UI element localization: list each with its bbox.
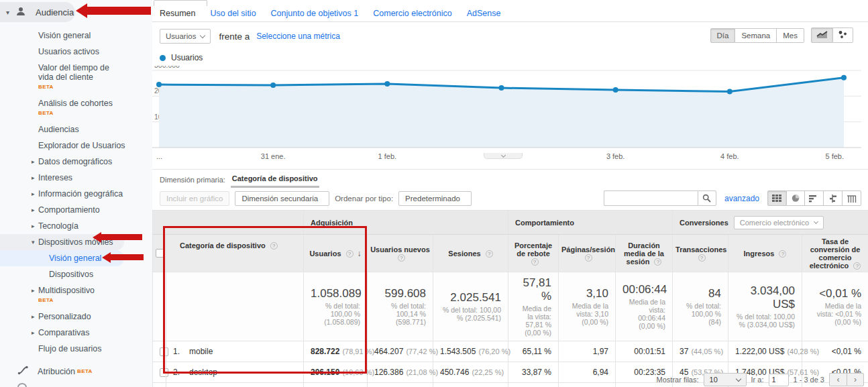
sidebar-section-audience[interactable]: ▾ Audiencia (0, 2, 152, 22)
timeseries-chart[interactable]: 300.000200.000100.000 ...31 ene.1 feb.2 … (152, 66, 868, 164)
sidebar-item[interactable]: Visión general (0, 27, 152, 44)
table-column-header-row: Categoría de dispositivo Usuarios Usuari… (153, 235, 868, 272)
chart-collapse-handle[interactable] (484, 153, 523, 159)
data-point[interactable] (156, 82, 162, 87)
chevron-down-icon[interactable]: ▾ (32, 237, 35, 247)
tab-comercio-electr-nico[interactable]: Comercio electrónico (373, 9, 451, 18)
person-icon (15, 6, 26, 19)
help-icon[interactable] (346, 250, 354, 258)
sidebar-item[interactable]: ▸Personalizado (0, 309, 152, 325)
chevron-right-icon[interactable]: ▸ (32, 312, 35, 321)
secondary-dimension-dropdown[interactable]: Dimensión secundaria (235, 191, 329, 206)
chevron-right-icon[interactable]: ▸ (32, 328, 35, 337)
data-point[interactable] (727, 89, 733, 94)
device-name[interactable]: mobile (189, 347, 213, 356)
column-header[interactable]: Porcentaje de rebote (508, 235, 559, 272)
sort-descending-icon[interactable] (358, 249, 362, 258)
tab-uso-del-sitio[interactable]: Uso del sitio (211, 9, 256, 18)
help-icon[interactable] (398, 254, 405, 262)
column-header[interactable]: Sesiones (433, 235, 508, 272)
help-icon[interactable] (531, 258, 539, 266)
chevron-right-icon[interactable]: ▸ (32, 221, 35, 231)
column-header[interactable]: Ingresos (728, 235, 802, 272)
motion-chart-icon[interactable] (833, 27, 853, 43)
chevron-right-icon[interactable]: ▸ (32, 205, 35, 215)
data-view-icon[interactable] (767, 190, 787, 206)
sidebar-item[interactable]: ▸Datos demográficos (0, 154, 152, 170)
metric-selector-dropdown[interactable]: Usuarios (160, 29, 211, 44)
help-icon[interactable] (779, 250, 786, 258)
data-point[interactable] (499, 85, 504, 91)
sidebar-item[interactable]: ▾Dispositivos móviles (0, 234, 124, 250)
prev-page-button[interactable]: ‹ (829, 373, 847, 386)
help-icon[interactable] (853, 262, 861, 270)
beta-badge: BETA (38, 109, 125, 118)
column-header-device-category[interactable]: Categoría de dispositivo (166, 235, 304, 272)
column-header[interactable]: Usuarios (304, 235, 368, 272)
performance-view-icon[interactable] (805, 190, 824, 206)
sidebar-item[interactable]: Usuarios activos (0, 44, 152, 60)
search-input[interactable] (604, 190, 698, 206)
data-point[interactable] (270, 82, 276, 88)
device-name[interactable]: desktop (189, 368, 217, 377)
row-checkbox-cell (153, 362, 166, 383)
total-subtext: % del total: 100,00 % (1.058.089) (311, 302, 360, 326)
goto-page-input[interactable] (769, 374, 789, 386)
line-chart-icon[interactable] (811, 27, 833, 43)
sidebar-item[interactable]: Explorador de Usuarios (0, 137, 152, 154)
sort-type-dropdown[interactable]: Predeterminado (398, 191, 472, 206)
chevron-down-icon (814, 219, 818, 224)
pivot-view-icon[interactable] (843, 190, 861, 206)
comparison-view-icon[interactable] (824, 190, 843, 206)
chevron-down-icon[interactable]: ▾ (6, 9, 9, 16)
tab-adsense[interactable]: AdSense (467, 9, 501, 18)
chevron-right-icon[interactable]: ▸ (32, 157, 35, 166)
sidebar-item[interactable]: ▸Comportamiento (0, 202, 152, 218)
sidebar-item[interactable]: ▸Comparativas (0, 325, 152, 341)
chevron-right-icon[interactable]: ▸ (32, 286, 35, 295)
sidebar-item[interactable]: Dispositivos (0, 266, 152, 282)
metric-cell: 1.543.505(76,20 %) (433, 341, 508, 362)
chart-plot-area: 300.000200.000100.000 (152, 66, 868, 151)
data-point[interactable] (841, 75, 847, 80)
column-header[interactable]: Usuarios nuevos (368, 235, 433, 272)
percentage-view-icon[interactable] (787, 190, 805, 206)
sidebar-item[interactable]: ▸Información geográfica (0, 186, 152, 202)
sidebar-item[interactable]: ▸Tecnología (0, 218, 152, 234)
conversion-type-dropdown[interactable]: Comercio electrónico (734, 216, 824, 229)
sidebar-item[interactable]: Flujo de usuarios (0, 341, 152, 357)
rows-per-page-select[interactable]: 10 (704, 373, 747, 386)
table-row[interactable]: 1.mobile828.722(78,91 %)464.207(77,42 %)… (153, 341, 868, 362)
data-point[interactable] (384, 81, 390, 87)
granularity-semana[interactable]: Semana (735, 28, 777, 43)
column-header[interactable]: Tasa de conversión de comercio electróni… (802, 235, 868, 272)
granularity-mes[interactable]: Mes (777, 28, 804, 43)
sidebar-item[interactable]: ▸MultidispositivoBETA (0, 282, 152, 309)
column-header[interactable]: Transacciones (673, 235, 728, 272)
sidebar-item[interactable]: Análisis de cohortesBETA (0, 95, 152, 121)
help-icon[interactable] (654, 258, 661, 266)
column-header[interactable]: Duración media de la sesión (616, 235, 673, 272)
chevron-right-icon[interactable]: ▸ (32, 173, 35, 182)
select-all-checkbox[interactable] (156, 249, 164, 258)
chevron-right-icon[interactable]: ▸ (32, 189, 35, 199)
next-page-button[interactable]: › (847, 373, 864, 386)
help-icon[interactable] (698, 254, 706, 262)
column-header[interactable]: Páginas/sesión (559, 235, 616, 272)
help-icon[interactable] (486, 250, 493, 258)
sidebar-item[interactable]: Audiencias (0, 121, 152, 137)
sidebar-item[interactable]: ▸Intereses (0, 170, 152, 186)
select-metric-link[interactable]: Seleccione una métrica (256, 32, 340, 41)
search-icon[interactable] (698, 190, 716, 206)
tab-conjunto-de-objetivos-1[interactable]: Conjunto de objetivos 1 (271, 9, 359, 18)
dimension-tab-device-category[interactable]: Categoría de dispositivo (231, 172, 319, 188)
granularity-día[interactable]: Día (710, 28, 736, 43)
advanced-search-link[interactable]: avanzado (724, 194, 759, 203)
plot-rows-button[interactable]: Incluir en gráfico (160, 191, 229, 206)
tab-resumen[interactable]: Resumen (160, 9, 196, 18)
data-point[interactable] (613, 87, 618, 93)
help-icon[interactable] (270, 242, 278, 250)
sidebar-item[interactable]: Valor del tiempo de vida del clienteBETA (0, 60, 152, 95)
sidebar-item[interactable]: Visión general (0, 250, 124, 266)
help-icon[interactable] (585, 254, 592, 262)
